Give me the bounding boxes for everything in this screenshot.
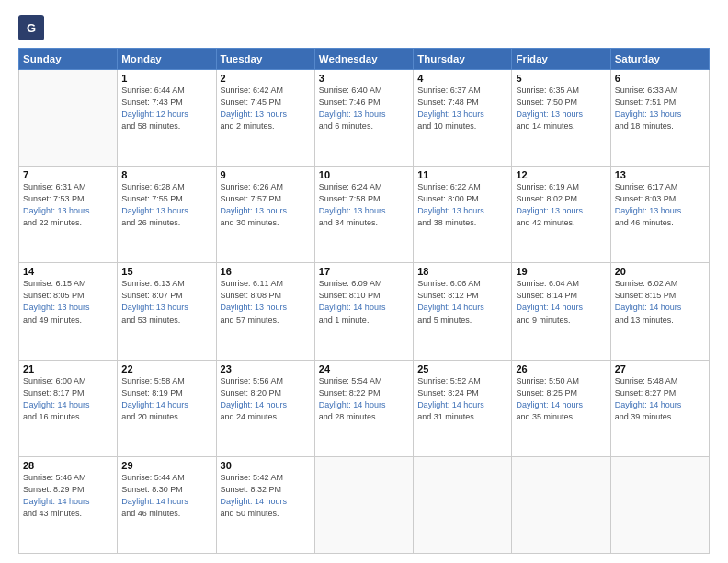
sunset-text: Sunset: 7:51 PM bbox=[615, 98, 677, 107]
daylight-line2: and 50 minutes. bbox=[221, 509, 279, 518]
day-cell: 22Sunrise: 5:58 AMSunset: 8:19 PMDayligh… bbox=[118, 360, 216, 456]
day-number: 2 bbox=[221, 73, 311, 84]
day-info: Sunrise: 5:56 AMSunset: 8:20 PMDaylight:… bbox=[221, 375, 311, 423]
day-number: 24 bbox=[319, 363, 409, 374]
day-info: Sunrise: 5:58 AMSunset: 8:19 PMDaylight:… bbox=[121, 375, 211, 423]
day-info: Sunrise: 6:35 AMSunset: 7:50 PMDaylight:… bbox=[516, 85, 606, 132]
day-info: Sunrise: 6:09 AMSunset: 8:10 PMDaylight:… bbox=[319, 278, 409, 326]
sunrise-text: Sunrise: 5:42 AM bbox=[221, 473, 284, 482]
day-info: Sunrise: 5:46 AMSunset: 8:29 PMDaylight:… bbox=[23, 472, 113, 520]
day-cell: 28Sunrise: 5:46 AMSunset: 8:29 PMDayligh… bbox=[19, 456, 118, 553]
day-cell: 30Sunrise: 5:42 AMSunset: 8:32 PMDayligh… bbox=[216, 456, 314, 553]
sunset-text: Sunset: 8:24 PM bbox=[417, 388, 479, 397]
day-info: Sunrise: 5:52 AMSunset: 8:24 PMDaylight:… bbox=[417, 375, 507, 423]
sunrise-text: Sunrise: 6:00 AM bbox=[23, 376, 86, 385]
day-cell: 10Sunrise: 6:24 AMSunset: 7:58 PMDayligh… bbox=[314, 167, 413, 263]
week-row-3: 21Sunrise: 6:00 AMSunset: 8:17 PMDayligh… bbox=[19, 360, 710, 456]
sunset-text: Sunset: 8:12 PM bbox=[417, 291, 479, 300]
header-cell-thursday: Thursday bbox=[414, 49, 512, 70]
sunset-text: Sunset: 8:29 PM bbox=[23, 485, 85, 494]
sunrise-text: Sunrise: 6:28 AM bbox=[121, 182, 185, 191]
sunset-text: Sunset: 7:58 PM bbox=[319, 194, 381, 203]
sunset-text: Sunset: 8:02 PM bbox=[516, 194, 577, 203]
day-cell: 23Sunrise: 5:56 AMSunset: 8:20 PMDayligh… bbox=[216, 360, 314, 456]
daylight-label: Daylight: 12 hours bbox=[121, 109, 188, 119]
day-info: Sunrise: 6:37 AMSunset: 7:48 PMDaylight:… bbox=[417, 85, 507, 132]
calendar-table: SundayMondayTuesdayWednesdayThursdayFrid… bbox=[18, 48, 710, 554]
sunrise-text: Sunrise: 5:56 AM bbox=[221, 376, 284, 385]
daylight-line2: and 22 minutes. bbox=[23, 218, 82, 227]
header-cell-saturday: Saturday bbox=[610, 49, 709, 70]
daylight-line2: and 38 minutes. bbox=[417, 218, 476, 227]
day-cell bbox=[314, 456, 413, 553]
day-info: Sunrise: 6:33 AMSunset: 7:51 PMDaylight:… bbox=[615, 85, 705, 132]
daylight-line2: and 53 minutes. bbox=[121, 316, 180, 325]
logo: G bbox=[18, 15, 46, 40]
sunrise-text: Sunrise: 5:54 AM bbox=[319, 376, 382, 385]
sunrise-text: Sunrise: 6:15 AM bbox=[23, 279, 86, 288]
day-cell: 19Sunrise: 6:04 AMSunset: 8:14 PMDayligh… bbox=[512, 263, 610, 360]
day-cell: 12Sunrise: 6:19 AMSunset: 8:02 PMDayligh… bbox=[512, 167, 610, 263]
daylight-line2: and 16 minutes. bbox=[23, 412, 82, 421]
day-number: 8 bbox=[121, 169, 211, 180]
day-number: 14 bbox=[23, 266, 113, 277]
daylight-label: Daylight: 13 hours bbox=[417, 206, 484, 215]
sunrise-text: Sunrise: 6:09 AM bbox=[319, 279, 382, 288]
daylight-label: Daylight: 14 hours bbox=[221, 400, 288, 409]
day-info: Sunrise: 6:17 AMSunset: 8:03 PMDaylight:… bbox=[615, 181, 705, 229]
sunset-text: Sunset: 8:20 PM bbox=[221, 388, 282, 397]
day-cell: 2Sunrise: 6:42 AMSunset: 7:45 PMDaylight… bbox=[216, 70, 314, 167]
daylight-line2: and 24 minutes. bbox=[221, 412, 279, 421]
day-number: 9 bbox=[221, 169, 311, 180]
sunrise-text: Sunrise: 6:17 AM bbox=[615, 182, 678, 191]
sunset-text: Sunset: 8:14 PM bbox=[516, 291, 577, 300]
daylight-line2: and 2 minutes. bbox=[221, 121, 275, 131]
sunrise-text: Sunrise: 6:42 AM bbox=[221, 86, 284, 95]
sunrise-text: Sunrise: 6:24 AM bbox=[319, 182, 382, 191]
daylight-line2: and 31 minutes. bbox=[417, 412, 476, 421]
header: G bbox=[18, 15, 710, 40]
sunrise-text: Sunrise: 6:22 AM bbox=[417, 182, 481, 191]
day-number: 21 bbox=[23, 363, 113, 374]
day-cell: 9Sunrise: 6:26 AMSunset: 7:57 PMDaylight… bbox=[216, 167, 314, 263]
sunset-text: Sunset: 8:27 PM bbox=[615, 388, 677, 397]
sunset-text: Sunset: 8:08 PM bbox=[221, 291, 282, 300]
week-row-2: 14Sunrise: 6:15 AMSunset: 8:05 PMDayligh… bbox=[19, 263, 710, 360]
daylight-line2: and 34 minutes. bbox=[319, 218, 378, 227]
daylight-line2: and 18 minutes. bbox=[615, 121, 674, 131]
day-number: 16 bbox=[221, 266, 311, 277]
day-number: 6 bbox=[615, 73, 705, 84]
day-cell: 18Sunrise: 6:06 AMSunset: 8:12 PMDayligh… bbox=[414, 263, 512, 360]
day-cell: 16Sunrise: 6:11 AMSunset: 8:08 PMDayligh… bbox=[216, 263, 314, 360]
day-info: Sunrise: 5:54 AMSunset: 8:22 PMDaylight:… bbox=[319, 375, 409, 423]
sunset-text: Sunset: 8:22 PM bbox=[319, 388, 381, 397]
day-info: Sunrise: 5:44 AMSunset: 8:30 PMDaylight:… bbox=[121, 472, 211, 520]
day-info: Sunrise: 6:22 AMSunset: 8:00 PMDaylight:… bbox=[417, 181, 507, 229]
header-cell-tuesday: Tuesday bbox=[216, 49, 314, 70]
sunset-text: Sunset: 8:05 PM bbox=[23, 291, 85, 300]
page: G SundayMondayTuesdayWednesdayThursdayFr… bbox=[0, 0, 728, 563]
week-row-1: 7Sunrise: 6:31 AMSunset: 7:53 PMDaylight… bbox=[19, 167, 710, 263]
day-number: 13 bbox=[615, 169, 705, 180]
daylight-label: Daylight: 14 hours bbox=[221, 497, 288, 506]
daylight-line2: and 10 minutes. bbox=[417, 121, 476, 131]
daylight-line2: and 35 minutes. bbox=[516, 412, 574, 421]
sunset-text: Sunset: 7:48 PM bbox=[417, 98, 479, 107]
sunset-text: Sunset: 7:43 PM bbox=[121, 98, 183, 107]
daylight-label: Daylight: 14 hours bbox=[23, 497, 90, 506]
day-number: 3 bbox=[319, 73, 409, 84]
daylight-label: Daylight: 13 hours bbox=[417, 109, 484, 119]
day-cell: 15Sunrise: 6:13 AMSunset: 8:07 PMDayligh… bbox=[118, 263, 216, 360]
daylight-line2: and 46 minutes. bbox=[615, 218, 674, 227]
daylight-line2: and 13 minutes. bbox=[615, 316, 674, 325]
daylight-label: Daylight: 13 hours bbox=[319, 109, 386, 119]
day-info: Sunrise: 6:26 AMSunset: 7:57 PMDaylight:… bbox=[221, 181, 311, 229]
sunset-text: Sunset: 8:30 PM bbox=[121, 485, 183, 494]
logo-icon: G bbox=[18, 15, 44, 40]
daylight-line2: and 58 minutes. bbox=[121, 121, 180, 131]
day-number: 7 bbox=[23, 169, 113, 180]
day-info: Sunrise: 5:50 AMSunset: 8:25 PMDaylight:… bbox=[516, 375, 606, 423]
day-info: Sunrise: 6:40 AMSunset: 7:46 PMDaylight:… bbox=[319, 85, 409, 132]
daylight-line2: and 49 minutes. bbox=[23, 316, 82, 325]
day-number: 1 bbox=[121, 73, 211, 84]
